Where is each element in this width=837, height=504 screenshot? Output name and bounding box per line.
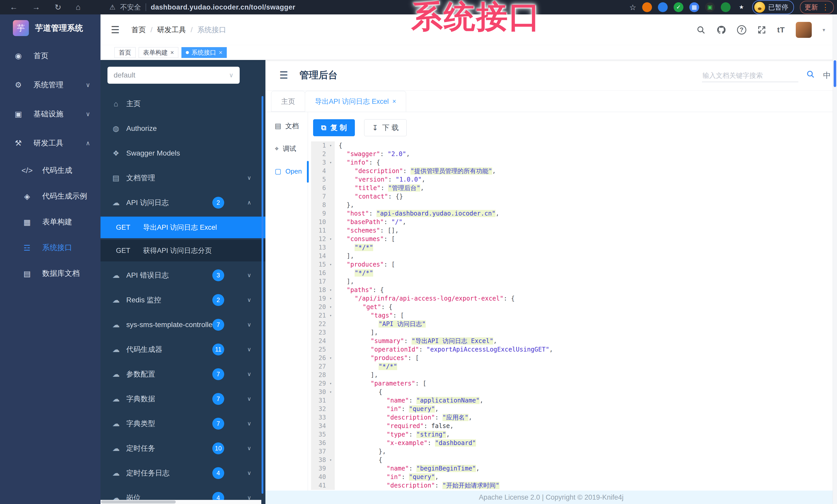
- forward-icon[interactable]: →: [32, 3, 40, 12]
- star-white-extension-icon[interactable]: ★: [736, 2, 746, 12]
- language-switch-icon[interactable]: 中: [823, 70, 831, 81]
- api-menu-api-access-log[interactable]: ☁API 访问日志2∧: [101, 190, 265, 215]
- sidebar-item-devtools[interactable]: ⚒研发工具∧: [0, 129, 101, 157]
- code-line: 7"contact": {}: [311, 192, 837, 201]
- fold-caret-icon[interactable]: ▾: [327, 379, 335, 388]
- doc-tab-export-access-log[interactable]: 导出API 访问日志 Excel×: [305, 91, 406, 112]
- swagger-json-editor[interactable]: 1▾{2"swagger": "2.0",3▾"info": {4"descri…: [311, 142, 837, 491]
- doc-nav-doc[interactable]: ▤文档: [265, 115, 308, 137]
- close-icon[interactable]: ×: [392, 98, 396, 105]
- doc-nav-debug[interactable]: ⌖调试: [265, 137, 308, 160]
- chevron-down-icon: ∨: [247, 321, 251, 328]
- api-op-export-access-log[interactable]: GET导出API 访问日志 Excel: [101, 217, 265, 238]
- tag-view-home[interactable]: 首页: [114, 47, 136, 58]
- gutter-spacer: [327, 320, 335, 328]
- github-icon[interactable]: [716, 25, 726, 35]
- api-menu-swagger-models[interactable]: ❖Swagger Models: [101, 141, 265, 166]
- api-sidebar-hscrollbar[interactable]: [101, 500, 261, 504]
- fold-caret-icon[interactable]: ▾: [327, 311, 335, 320]
- bookmark-star-icon[interactable]: ☆: [629, 3, 636, 12]
- line-number: 14: [311, 252, 327, 260]
- close-icon[interactable]: ×: [219, 49, 222, 56]
- api-menu-home[interactable]: ⌂主页: [101, 91, 265, 116]
- code-line: 1▾{: [311, 142, 837, 150]
- circle-orange-extension-icon[interactable]: [642, 2, 652, 12]
- sidebar-item-system-api[interactable]: ☲系统接口: [0, 235, 101, 261]
- check-green-extension-icon[interactable]: ✓: [674, 2, 683, 12]
- api-menu-sms-template[interactable]: ☁sys-sms-template-controller7∨: [101, 312, 265, 337]
- menu-fold-icon[interactable]: ☰: [279, 70, 288, 81]
- fold-caret-icon[interactable]: ▾: [327, 294, 335, 303]
- fold-caret-icon[interactable]: ▾: [327, 456, 335, 464]
- reload-icon[interactable]: ↻: [55, 3, 61, 12]
- api-menu-param-config[interactable]: ☁参数配置7∨: [101, 362, 265, 387]
- paused-label: 已暂停: [768, 3, 788, 12]
- fold-caret-icon[interactable]: ▾: [327, 286, 335, 294]
- sidebar-item-system[interactable]: ⚙系统管理∨: [0, 70, 101, 99]
- fold-caret-icon[interactable]: ▾: [327, 354, 335, 362]
- font-size-icon[interactable]: tT: [777, 25, 785, 34]
- api-group-select[interactable]: default ∨: [107, 67, 240, 84]
- doc-nav-open[interactable]: ▢Open: [265, 160, 308, 183]
- sidebar-item-infra[interactable]: ▣基础设施∨: [0, 99, 101, 129]
- chrome-update-button[interactable]: 更新 ⋮: [800, 1, 834, 14]
- line-number: 17: [311, 277, 327, 286]
- tag-view-form-build[interactable]: 表单构建×: [139, 47, 178, 58]
- code-text: "paths": {: [335, 286, 384, 294]
- chevron-down-icon: ∨: [247, 297, 251, 303]
- api-op-get-access-log-page[interactable]: GET获得API 访问日志分页: [101, 240, 265, 261]
- sidebar-item-codegen-demo[interactable]: ◈代码生成示例: [0, 183, 101, 209]
- hamburger-icon[interactable]: ☰: [111, 24, 120, 36]
- help-icon[interactable]: ?: [737, 25, 746, 35]
- search-icon[interactable]: [696, 25, 706, 35]
- sidebar-item-home[interactable]: ◉首页: [0, 41, 101, 70]
- grid-blue-extension-icon[interactable]: ▦: [689, 2, 699, 12]
- address-bar[interactable]: ⚠ 不安全 dashboard.yudao.iocoder.cn/tool/sw…: [109, 3, 295, 12]
- copy-button[interactable]: ⧉ 复 制: [313, 119, 355, 136]
- drop-blue-extension-icon[interactable]: [658, 2, 668, 12]
- tag-view-system-api[interactable]: 系统接口×: [181, 47, 227, 58]
- breadcrumb-devtools[interactable]: 研发工具: [157, 25, 186, 35]
- fold-caret-icon[interactable]: ▾: [327, 388, 335, 396]
- close-icon[interactable]: ×: [170, 49, 174, 56]
- doc-search-icon[interactable]: [806, 70, 815, 79]
- api-menu-code-generator[interactable]: ☁代码生成器11∨: [101, 337, 265, 362]
- avatar-caret-icon[interactable]: ▾: [823, 27, 825, 33]
- profile-paused-badge[interactable]: 已暂停: [752, 0, 794, 14]
- fold-caret-icon[interactable]: ▾: [327, 142, 335, 150]
- fullscreen-icon[interactable]: [757, 25, 766, 35]
- app-logo[interactable]: 芋 芋道管理系统: [0, 14, 101, 38]
- breadcrumb-home[interactable]: 首页: [131, 25, 146, 35]
- fold-caret-icon[interactable]: ▾: [327, 158, 335, 167]
- home-icon[interactable]: ⌂: [76, 3, 81, 12]
- api-menu-dict-type[interactable]: ☁字典类型7∨: [101, 411, 265, 436]
- sidebar-item-form-build[interactable]: ▦表单构建: [0, 209, 101, 235]
- user-avatar[interactable]: [796, 22, 812, 38]
- fold-caret-icon[interactable]: ▾: [327, 260, 335, 269]
- api-menu-scheduled-job-log[interactable]: ☁定时任务日志4∨: [101, 461, 265, 485]
- doc-tab-home[interactable]: 主页: [271, 91, 305, 112]
- api-menu-api-error-log[interactable]: ☁API 错误日志3∨: [101, 263, 265, 288]
- code-line: 23],: [311, 328, 837, 337]
- download-button[interactable]: ↧ 下 载: [364, 119, 407, 136]
- window-scrollbar[interactable]: [833, 14, 837, 504]
- tampermonkey-extension-icon[interactable]: ▣: [705, 2, 715, 12]
- leaf-green-extension-icon[interactable]: [721, 2, 731, 12]
- browser-menu-icon[interactable]: ⋮: [821, 4, 829, 11]
- sidebar-item-codegen[interactable]: </>代码生成: [0, 157, 101, 183]
- code-text: {: [335, 456, 382, 464]
- api-menu-scheduled-job[interactable]: ☁定时任务10∨: [101, 436, 265, 461]
- scrollbar-thumb[interactable]: [834, 60, 836, 87]
- fold-caret-icon[interactable]: ▾: [327, 303, 335, 311]
- sidebar-item-label: 首页: [34, 51, 49, 61]
- api-menu-dict-data[interactable]: ☁字典数据7∨: [101, 387, 265, 411]
- api-menu-authorize[interactable]: ◍Authorize: [101, 116, 265, 141]
- code-text: "get": {: [335, 303, 392, 311]
- doc-search-input[interactable]: [702, 69, 798, 82]
- api-sidebar-scrollbar[interactable]: [262, 96, 263, 494]
- back-icon[interactable]: ←: [10, 3, 18, 12]
- api-menu-redis-monitor[interactable]: ☁Redis 监控2∨: [101, 288, 265, 312]
- fold-caret-icon[interactable]: ▾: [327, 235, 335, 243]
- api-menu-doc-manage[interactable]: ▤文档管理∨: [101, 166, 265, 190]
- sidebar-item-db-doc[interactable]: ▤数据库文档: [0, 261, 101, 286]
